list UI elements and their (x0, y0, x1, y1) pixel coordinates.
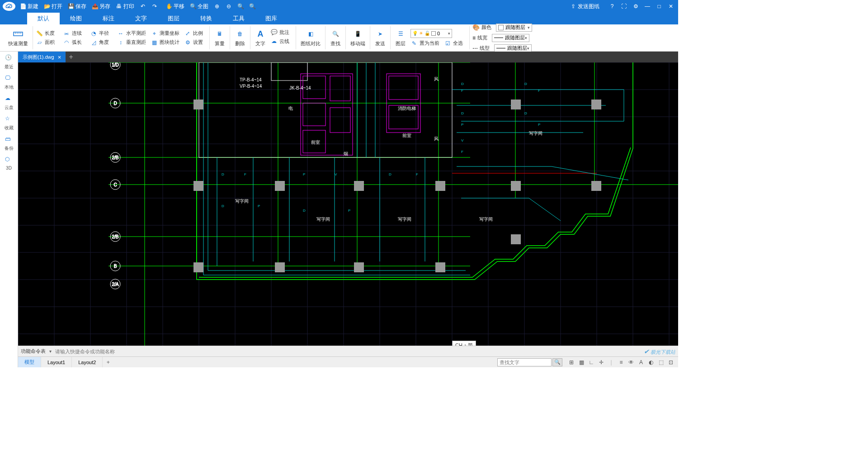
qa-send-drawing[interactable]: ⇪发送图纸 (570, 3, 599, 10)
clock-icon: 🕓 (5, 54, 13, 62)
rb-setcurrent[interactable]: ✎置为当前 (410, 40, 439, 47)
cube-icon: ⬡ (5, 156, 13, 164)
misc-toggle-2[interactable]: ⬚ (657, 359, 665, 366)
rb-annotate[interactable]: 💬批注 (270, 28, 293, 36)
lineweight-toggle[interactable]: ≡ (618, 359, 625, 366)
nav-recent[interactable]: 🕓最近 (5, 54, 14, 70)
rb-angle[interactable]: ◿角度 (90, 39, 113, 46)
menu-convert[interactable]: 转换 (190, 13, 222, 24)
qa-fit[interactable]: 🔍全图 (190, 3, 208, 10)
layout-tab-add[interactable]: + (103, 359, 113, 366)
rb-quickmeasure[interactable]: 快速测量 (6, 28, 30, 47)
view-toggle[interactable]: 👁 (627, 359, 635, 366)
rb-coord[interactable]: ⌖测量坐标 (151, 30, 179, 37)
svg-text:前室: 前室 (311, 140, 320, 145)
rb-layer[interactable]: ☰图层 (393, 28, 408, 47)
settings-button[interactable]: ⚙ (631, 2, 640, 11)
layout-tab-1[interactable]: Layout1 (41, 357, 72, 368)
svg-text:P: P (538, 123, 540, 127)
rb-area[interactable]: ▱面积 (36, 39, 58, 46)
misc-toggle-3[interactable]: ⊡ (667, 359, 675, 366)
menu-library[interactable]: 图库 (255, 13, 288, 24)
qa-open[interactable]: 📂打开 (44, 3, 62, 10)
help-button[interactable]: ? (608, 2, 617, 11)
rb-compare[interactable]: ◧图纸对比 (299, 28, 322, 47)
qa-zoomext[interactable]: 🔍 (249, 3, 255, 9)
minimize-button[interactable]: — (643, 2, 652, 11)
osnap-toggle[interactable]: ⊞ (568, 359, 575, 366)
layout-tab-model[interactable]: 模型 (18, 357, 41, 368)
qa-zoomin[interactable]: ⊕ (214, 3, 220, 9)
rb-scale[interactable]: ⤢比例 (184, 30, 207, 37)
grid-toggle[interactable]: ▦ (578, 359, 585, 366)
svg-rect-80 (275, 181, 285, 191)
svg-rect-78 (193, 181, 203, 191)
linetype-select[interactable]: 跟随图层 (494, 44, 532, 52)
tab-close-icon[interactable]: × (58, 54, 61, 61)
qa-new[interactable]: 📄新建 (20, 3, 38, 10)
rb-blockcount[interactable]: ▦图块统计 (151, 39, 179, 46)
rb-find[interactable]: 🔍查找 (328, 28, 343, 47)
ortho-toggle[interactable]: ∟ (588, 359, 595, 366)
rb-mobile[interactable]: 📱移动端 (349, 28, 367, 47)
rb-radius[interactable]: ◔半径 (90, 30, 113, 37)
nav-cloud[interactable]: ☁云盘 (5, 95, 14, 111)
polar-toggle[interactable]: ✛ (598, 359, 605, 366)
compare-icon: ◧ (305, 28, 316, 39)
qa-redo[interactable]: ↷ (151, 3, 158, 9)
rb-settings[interactable]: ⚙设置 (184, 39, 207, 46)
rb-selectall[interactable]: ☑全选 (444, 40, 467, 47)
nav-backup[interactable]: 🗃备份 (5, 136, 14, 152)
svg-text:D: D (303, 209, 306, 213)
menu-draw[interactable]: 绘图 (60, 13, 92, 24)
qa-saveas[interactable]: 📤另存 (92, 3, 110, 10)
text-toggle[interactable]: A (637, 359, 645, 366)
menu-annotate[interactable]: 标注 (92, 13, 125, 24)
menu-default[interactable]: 默认 (27, 13, 60, 24)
rb-length[interactable]: 📏长度 (36, 30, 58, 37)
rb-text[interactable]: A文字 (253, 28, 268, 47)
rb-cloud[interactable]: ☁云线 (270, 38, 293, 45)
rb-vdist[interactable]: ↕垂直测距 (117, 39, 146, 46)
lineweight-select[interactable]: 跟随图层 (492, 34, 529, 42)
close-button[interactable]: ✕ (666, 2, 675, 11)
qa-pan[interactable]: ✋平移 (166, 3, 184, 10)
chevron-down-icon[interactable]: ▾ (49, 349, 52, 354)
doc-tab-active[interactable]: 示例图(1).dwg× (18, 52, 66, 62)
svg-text:C: C (113, 182, 117, 187)
rb-continuous[interactable]: ⫘连续 (63, 30, 85, 37)
rb-send[interactable]: ➤发送 (373, 28, 387, 47)
svg-text:D: D (461, 82, 464, 86)
misc-toggle-1[interactable]: ◐ (647, 359, 655, 366)
nav-3d[interactable]: ⬡3D (5, 156, 13, 171)
text-search-input[interactable] (497, 358, 552, 366)
text-search-button[interactable]: 🔍 (552, 358, 562, 366)
rb-hdist[interactable]: ↔水平测距 (117, 30, 146, 37)
fullscreen-button[interactable]: ⛶ (619, 2, 628, 11)
layer-selector[interactable]: 💡 ☀ 🔓 0 (410, 29, 452, 38)
rb-delete[interactable]: 🗑删除 (233, 28, 247, 47)
menu-tools[interactable]: 工具 (222, 13, 255, 24)
color-select[interactable]: 跟随图层 (496, 24, 532, 32)
qa-zoomwin[interactable]: 🔍 (237, 3, 244, 9)
nav-local[interactable]: 🖵本地 (5, 75, 14, 90)
doc-tab-add[interactable]: + (66, 52, 76, 62)
svg-text:V: V (461, 138, 464, 142)
cloud-icon: ☁ (270, 38, 278, 45)
menu-layer[interactable]: 图层 (157, 13, 190, 24)
rb-arc[interactable]: ◠弧长 (63, 39, 85, 46)
menu-text[interactable]: 文字 (125, 13, 157, 24)
rb-qty[interactable]: 🖩算量 (212, 28, 227, 47)
qa-print[interactable]: 🖶打印 (116, 3, 134, 10)
qa-save[interactable]: 💾保存 (68, 3, 86, 10)
status-bar: 模型 Layout1 Layout2 + 🔍 ⊞ ▦ ∟ ✛ | ≡ 👁 A ◐… (18, 356, 678, 367)
qa-undo[interactable]: ↶ (140, 3, 146, 9)
maximize-button[interactable]: □ (655, 2, 664, 11)
layout-tab-2[interactable]: Layout2 (72, 357, 103, 368)
qa-zoomout[interactable]: ⊖ (226, 3, 232, 9)
nav-fav[interactable]: ☆收藏 (5, 115, 14, 131)
svg-rect-85 (435, 262, 445, 272)
svg-text:2/A: 2/A (112, 282, 118, 287)
command-input[interactable] (55, 349, 281, 354)
drawing-canvas[interactable]: D 2/B C 2/B B 2/A 1/D 电 前室 消防电梯 前室 烟 风 风… (18, 62, 678, 346)
